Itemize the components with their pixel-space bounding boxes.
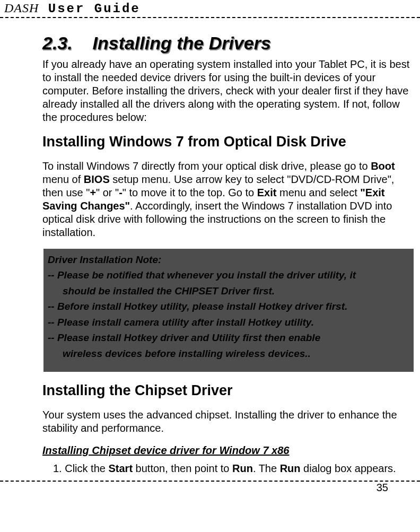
text: menu and select xyxy=(276,187,360,198)
bold-boot: Boot xyxy=(371,160,395,172)
bold-run: Run xyxy=(232,463,253,474)
subsection-1-heading: Installing Windows 7 from Optical Disk D… xyxy=(42,134,415,150)
note-line-3: -- Please install camera utility after i… xyxy=(48,315,410,330)
bold-bios: BIOS xyxy=(84,173,110,185)
page-content: 2.3. Installing the Drivers If you alrea… xyxy=(0,18,420,475)
note-line-4a: -- Please install Hotkey driver and Util… xyxy=(48,330,410,345)
text: 1. Click the xyxy=(53,463,108,474)
subsection-2-heading: Installing the Chipset Driver xyxy=(42,382,415,399)
section-title: Installing the Drivers xyxy=(93,33,271,53)
text: " to move it to the top. Go to xyxy=(122,187,257,198)
page-number: 35 xyxy=(0,482,420,494)
text: menu of xyxy=(42,173,84,185)
text: dialog box appears. xyxy=(301,463,396,474)
guide-title: User Guide xyxy=(48,2,141,16)
note-line-4b: wireless devices before installing wirel… xyxy=(48,346,410,361)
bold-run-2: Run xyxy=(280,463,301,474)
note-heading: Driver Installation Note: xyxy=(48,252,410,267)
brand-name: DASH xyxy=(4,1,39,15)
note-line-1b: should be installed the CHIPSET Driver f… xyxy=(48,283,410,299)
bold-minus: - xyxy=(119,187,122,198)
bold-exit: Exit xyxy=(257,187,277,198)
bold-plus: + xyxy=(90,187,96,198)
text: " or " xyxy=(96,187,119,198)
section-heading: 2.3. Installing the Drivers xyxy=(42,33,415,54)
page-header: DASH User Guide xyxy=(0,0,420,16)
step-1: 1. Click the Start button, then point to… xyxy=(42,462,415,475)
subsection-1-para: To install Windows 7 directly from your … xyxy=(42,160,415,239)
note-line-1a: -- Please be notified that whenever you … xyxy=(48,267,410,283)
driver-install-note: Driver Installation Note: -- Please be n… xyxy=(43,249,414,372)
text: . The xyxy=(253,463,280,474)
section-number: 2.3. xyxy=(42,33,73,53)
subsubsection-heading: Installing Chipset device driver for Win… xyxy=(42,444,415,457)
text: button, then point to xyxy=(133,463,232,474)
note-line-2: -- Before install Hotkey utility, please… xyxy=(48,299,410,314)
text: To install Windows 7 directly from your … xyxy=(42,160,371,172)
section-intro: If you already have an operating system … xyxy=(42,58,415,124)
subsection-2-para: Your system uses the advanced chipset. I… xyxy=(42,408,415,435)
bold-start: Start xyxy=(108,463,133,474)
